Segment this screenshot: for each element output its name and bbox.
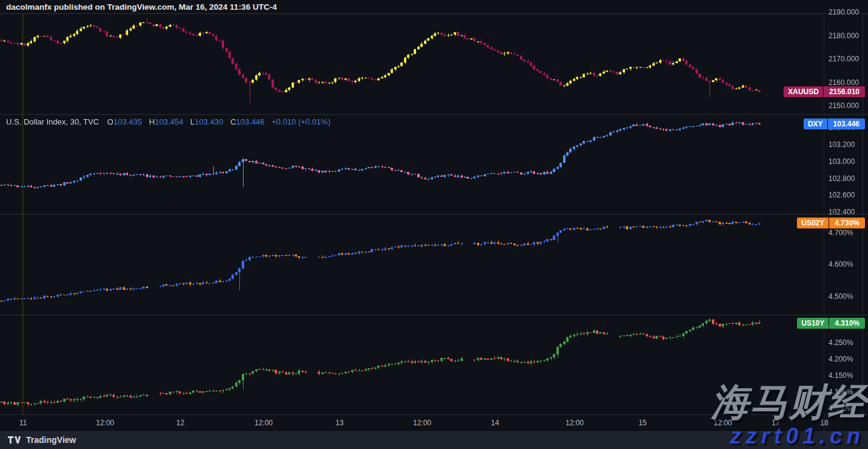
legend-open-value: 103.435 [114,117,142,126]
tradingview-logo-icon [7,436,22,444]
price-tick-dxy: 102.600 [829,191,855,199]
badge-symbol: DXY [804,118,827,129]
price-tick-xauusd: 2170.000 [829,55,859,63]
panel-us10y-canvas[interactable] [0,315,824,414]
panel-xauusd-canvas[interactable] [0,13,824,114]
time-label: 12:00 [255,419,273,427]
panel-separator [0,13,868,14]
price-tick-us10y: 4.250% [829,338,853,347]
last-price-badge-dxy: DXY103.446 [804,118,865,129]
legend-low-value: 103.430 [195,117,224,126]
price-tick-xauusd: 2160.000 [829,78,859,87]
price-tick-dxy: 102.800 [829,174,855,183]
last-price-badge-us02y: US02Y4.730% [797,218,865,228]
price-tick-dxy: 102.400 [829,208,855,216]
legend-change: +0.010 (+0.01%) [272,117,330,126]
badge-symbol: US10Y [797,318,829,329]
legend-high-label: H [149,117,154,126]
panel-dxy-canvas[interactable] [0,114,824,214]
dxy-legend: U.S. Dollar Index, 30, TVC O103.435 H103… [6,117,330,126]
price-tick-us10y: 4.200% [829,355,853,363]
panel-us02y-canvas[interactable] [0,214,824,315]
time-axis[interactable]: 1112:001212:001312:001412:001512:001718 [0,414,824,431]
last-price-badge-xauusd: XAUUSD2156.010 [784,86,865,97]
time-label: 12:00 [413,419,431,427]
price-tick-dxy: 103.000 [829,157,855,166]
tradingview-logo-text: TradingView [26,435,76,445]
time-label: 14 [491,419,499,427]
badge-symbol: US02Y [797,218,829,228]
price-tick-us02y: 4.700% [829,228,853,237]
price-tick-us02y: 4.600% [829,260,853,269]
time-label: 12 [176,419,184,427]
badge-value: 2156.010 [824,86,865,97]
panel-separator[interactable] [0,315,868,315]
legend-close-value: 103.446 [236,117,265,126]
price-tick-xauusd: 2180.000 [829,32,859,40]
legend-close-label: C [230,117,236,126]
legend-high-value: 103.454 [155,117,183,126]
price-tick-xauusd: 2150.000 [829,101,859,110]
badge-value: 4.730% [829,218,865,228]
tradingview-published-chart: dacolmanfx published on TradingView.com,… [0,0,868,449]
attribution-text: dacolmanfx published on TradingView.com,… [6,0,277,13]
time-label: 15 [638,419,646,427]
price-tick-us02y: 4.500% [829,292,853,301]
badge-value: 4.310% [829,318,865,329]
watermark-url-text: zzrt01.cn [730,423,864,449]
legend-open-label: O [108,117,114,126]
panel-separator[interactable] [0,114,868,115]
badge-symbol: XAUUSD [784,86,823,97]
legend-title: U.S. Dollar Index, 30, TVC [6,117,99,126]
tradingview-logo-link[interactable]: TradingView [7,435,76,445]
legend-low-label: L [190,117,194,126]
panel-separator[interactable] [0,214,868,214]
price-tick-xauusd: 2190.000 [829,8,859,16]
watermark-cn-text: 海马财经 [711,377,867,428]
time-label: 13 [335,419,343,427]
time-label: 12:00 [96,419,114,427]
time-label: 12:00 [566,419,584,427]
time-label: 11 [19,419,27,427]
price-tick-dxy: 103.200 [829,140,855,149]
price-scale[interactable]: 2190.0002180.0002170.0002160.0002150.000… [824,13,868,431]
badge-value: 103.446 [828,118,865,129]
last-price-badge-us10y: US10Y4.310% [797,318,865,329]
